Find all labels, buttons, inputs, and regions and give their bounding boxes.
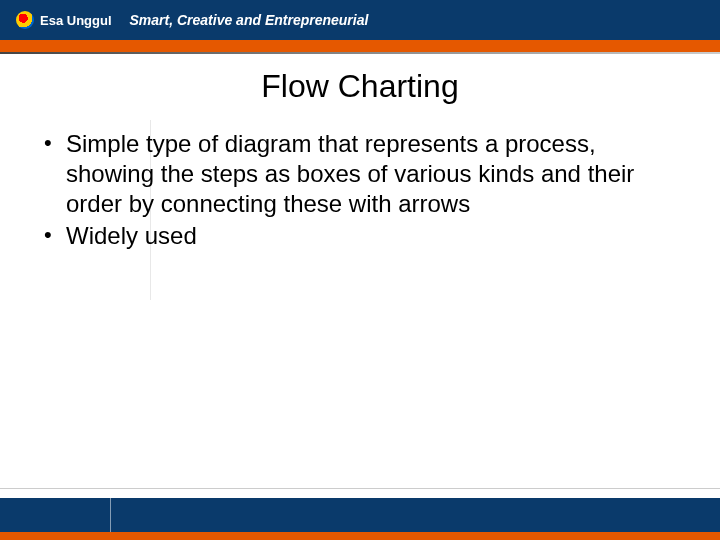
footer-navy-band — [0, 498, 720, 532]
header-bar: Esa Unggul Smart, Creative and Entrepren… — [0, 0, 720, 40]
footer-orange-band — [0, 532, 720, 540]
bullet-list: Simple type of diagram that represents a… — [44, 129, 684, 251]
slide-title: Flow Charting — [0, 68, 720, 105]
footer — [0, 488, 720, 540]
logo-swirl-icon — [16, 11, 34, 29]
slide-content: Simple type of diagram that represents a… — [0, 129, 720, 251]
list-item: Simple type of diagram that represents a… — [44, 129, 684, 219]
footer-white-band — [0, 488, 720, 498]
brand-tagline: Smart, Creative and Entrepreneurial — [130, 12, 369, 28]
brand-name: Esa Unggul — [40, 13, 112, 28]
header-orange-bar — [0, 40, 720, 52]
header-divider — [0, 52, 720, 54]
brand-logo: Esa Unggul — [16, 11, 112, 29]
list-item: Widely used — [44, 221, 684, 251]
